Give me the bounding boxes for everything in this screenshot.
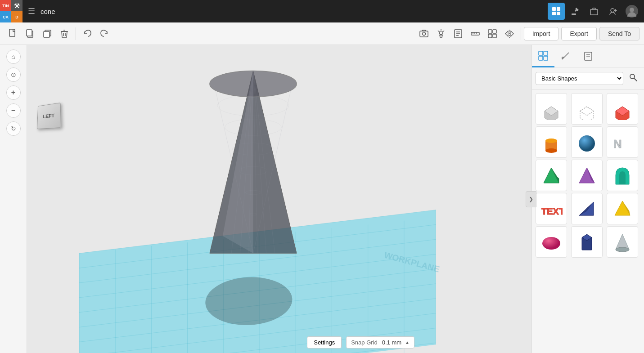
svg-rect-34 bbox=[488, 34, 492, 38]
shape-text-3d[interactable]: N bbox=[607, 126, 638, 158]
logo-tin: TIN bbox=[0, 0, 11, 11]
topbar-briefcase-btn[interactable] bbox=[585, 3, 603, 20]
new-btn[interactable] bbox=[5, 25, 22, 42]
zoom-out-btn[interactable]: − bbox=[6, 103, 21, 118]
viewport[interactable]: LEFT bbox=[27, 45, 531, 353]
svg-marker-93 bbox=[580, 107, 594, 116]
tab-notes[interactable] bbox=[577, 45, 599, 67]
svg-marker-37 bbox=[505, 31, 508, 36]
shape-ellipsoid[interactable] bbox=[536, 226, 567, 258]
shape-pyramid-green[interactable] bbox=[536, 160, 567, 191]
export-btn[interactable]: Export bbox=[561, 27, 596, 40]
snap-grid-arrow[interactable]: ▲ bbox=[405, 340, 410, 345]
svg-line-23 bbox=[443, 31, 444, 31]
shape-arch-teal[interactable] bbox=[607, 160, 638, 191]
shape-category-select[interactable]: Basic Shapes Text & Numbers Connectors S… bbox=[536, 72, 623, 85]
svg-line-22 bbox=[438, 31, 439, 31]
import-btn[interactable]: Import bbox=[524, 27, 559, 40]
delete-btn[interactable] bbox=[56, 25, 73, 42]
document-title: cone bbox=[41, 8, 55, 15]
view-cube[interactable]: LEFT bbox=[36, 103, 68, 135]
copy-btn[interactable] bbox=[22, 25, 39, 42]
svg-point-99 bbox=[579, 135, 595, 152]
redo-btn[interactable] bbox=[96, 25, 113, 42]
zoom-in-btn[interactable]: + bbox=[6, 85, 21, 100]
bottom-bar: Settings Snap Grid 0.1 mm ▲ bbox=[307, 336, 414, 349]
logo-d: D bbox=[11, 11, 23, 22]
svg-point-114 bbox=[616, 247, 629, 252]
tab-measure[interactable] bbox=[554, 45, 577, 67]
svg-marker-92 bbox=[580, 107, 594, 120]
svg-point-19 bbox=[422, 32, 425, 35]
svg-rect-33 bbox=[493, 30, 496, 33]
left-panel: ⌂ ⊙ + − ↻ bbox=[0, 45, 27, 353]
undo-btn[interactable] bbox=[79, 25, 96, 42]
topbar-hammer-btn[interactable] bbox=[567, 3, 584, 20]
view-camera-btn[interactable] bbox=[415, 25, 432, 42]
right-panel: ❯ Basic Shapes Text & Numbers Connectors… bbox=[531, 45, 644, 353]
topbar-adduser-btn[interactable] bbox=[604, 3, 621, 20]
settings-btn[interactable]: Settings bbox=[307, 336, 342, 349]
shape-box-hole[interactable] bbox=[571, 93, 603, 125]
logo-ca: CA bbox=[0, 11, 11, 22]
shape-text-label[interactable]: TEXT bbox=[536, 193, 567, 224]
light-btn[interactable] bbox=[432, 25, 450, 42]
ruler-btn[interactable] bbox=[467, 25, 484, 42]
toolbar-actions: Import Export Send To bbox=[524, 27, 639, 40]
shape-cone-grey[interactable] bbox=[607, 226, 638, 258]
main-area: ⌂ ⊙ + − ↻ LEFT bbox=[0, 45, 644, 353]
svg-marker-38 bbox=[511, 31, 513, 36]
svg-rect-82 bbox=[544, 51, 548, 55]
notes-btn[interactable] bbox=[450, 25, 467, 42]
svg-point-6 bbox=[611, 9, 614, 12]
home-btn[interactable]: ⌂ bbox=[6, 49, 21, 64]
shape-red-box[interactable] bbox=[607, 93, 638, 125]
svg-rect-11 bbox=[9, 29, 15, 36]
svg-line-89 bbox=[634, 78, 637, 81]
shape-selector: Basic Shapes Text & Numbers Connectors S… bbox=[532, 67, 644, 89]
svg-rect-3 bbox=[557, 12, 560, 15]
svg-point-98 bbox=[545, 148, 557, 153]
svg-point-10 bbox=[630, 8, 634, 12]
logo: TIN ⚒ CA D bbox=[0, 0, 23, 22]
menu-icon[interactable]: ☰ bbox=[23, 6, 41, 16]
topbar-avatar-btn[interactable] bbox=[623, 3, 640, 20]
right-panel-tabs bbox=[532, 45, 644, 67]
svg-rect-81 bbox=[539, 51, 543, 55]
separator-2 bbox=[521, 27, 521, 40]
shape-pyramid-yellow[interactable] bbox=[607, 193, 638, 224]
shape-sphere[interactable] bbox=[571, 126, 603, 158]
svg-rect-84 bbox=[544, 56, 548, 60]
duplicate-btn[interactable] bbox=[39, 25, 56, 42]
svg-text:N: N bbox=[613, 137, 622, 151]
topbar: TIN ⚒ CA D ☰ cone bbox=[0, 0, 644, 22]
svg-text:TEXT: TEXT bbox=[541, 206, 563, 216]
shape-box-blue-dark[interactable] bbox=[571, 226, 603, 258]
orbit-btn[interactable]: ↻ bbox=[6, 121, 21, 136]
svg-point-110 bbox=[542, 237, 560, 250]
svg-point-20 bbox=[439, 31, 443, 35]
topbar-right bbox=[548, 3, 640, 20]
snap-btn[interactable] bbox=[484, 25, 501, 42]
mirror-btn[interactable] bbox=[501, 25, 518, 42]
toolbar: Import Export Send To bbox=[0, 22, 644, 45]
shape-wedge-blue[interactable] bbox=[571, 193, 603, 224]
collapse-arrow[interactable]: ❯ bbox=[526, 191, 536, 207]
shapes-search-btn[interactable] bbox=[626, 71, 640, 85]
view-cube-face-left[interactable]: LEFT bbox=[37, 103, 61, 129]
view-cube-container[interactable]: LEFT bbox=[36, 103, 68, 135]
svg-rect-5 bbox=[590, 9, 598, 15]
svg-rect-1 bbox=[557, 7, 560, 11]
shape-cylinder[interactable] bbox=[536, 126, 567, 158]
fit-btn[interactable]: ⊙ bbox=[6, 67, 21, 82]
svg-rect-28 bbox=[471, 32, 479, 35]
shape-pyramid-purple[interactable] bbox=[571, 160, 603, 191]
snap-grid-label: Snap Grid bbox=[351, 339, 378, 346]
svg-rect-0 bbox=[552, 7, 556, 11]
send-to-btn[interactable]: Send To bbox=[599, 27, 639, 40]
tab-grid[interactable] bbox=[532, 45, 554, 67]
shapes-grid: N bbox=[532, 89, 644, 261]
topbar-grid-btn[interactable] bbox=[548, 3, 565, 20]
shape-box-solid[interactable] bbox=[536, 93, 567, 125]
svg-point-97 bbox=[545, 139, 557, 143]
